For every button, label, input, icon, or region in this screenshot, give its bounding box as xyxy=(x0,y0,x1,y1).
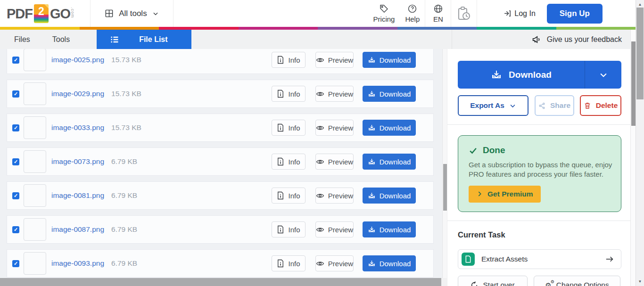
tab-files[interactable]: Files xyxy=(14,30,30,49)
file-thumbnail[interactable] xyxy=(24,150,46,173)
preview-button[interactable]: Preview xyxy=(315,255,354,271)
file-name-link[interactable]: image-0025.png xyxy=(51,56,104,64)
file-name-link[interactable]: image-0033.png xyxy=(51,123,104,132)
info-button[interactable]: Info xyxy=(272,188,305,204)
chevron-down-icon xyxy=(509,102,516,109)
preview-button[interactable]: Preview xyxy=(315,86,354,102)
info-button[interactable]: Info xyxy=(272,221,305,237)
info-button[interactable]: Info xyxy=(272,52,305,68)
task-history-button[interactable] xyxy=(451,0,477,27)
login-link[interactable]: Log In xyxy=(504,9,535,18)
row-download-button[interactable]: Download xyxy=(363,255,416,271)
file-thumbnail[interactable] xyxy=(24,218,46,241)
file-checkbox[interactable]: ✓ xyxy=(12,226,19,233)
download-all-button[interactable]: Download xyxy=(458,61,585,89)
row-download-button[interactable]: Download xyxy=(363,86,416,102)
help-link[interactable]: Help xyxy=(405,4,420,23)
pdf2go-logo[interactable]: PDF 2 GO .com xyxy=(7,4,75,23)
signup-button[interactable]: Sign Up xyxy=(547,4,603,24)
all-tools-menu[interactable]: All tools xyxy=(90,0,173,27)
done-message: Get a subscription to bypass the queue, … xyxy=(469,160,619,180)
scroll-up-arrow[interactable]: ▲ xyxy=(636,2,644,7)
tab-bar: Files Tools File List Give us your feedb… xyxy=(0,30,630,49)
file-checkbox[interactable]: ✓ xyxy=(12,124,19,131)
sidebar-divider xyxy=(447,221,630,221)
file-name-link[interactable]: image-0087.png xyxy=(51,225,104,234)
info-button[interactable]: Info xyxy=(272,86,305,102)
file-thumbnail[interactable] xyxy=(24,82,46,105)
download-options-caret[interactable] xyxy=(585,61,621,89)
get-premium-button[interactable]: Get Premium xyxy=(469,186,541,203)
change-options-button[interactable]: ⚙⚙ Change Options xyxy=(534,276,620,286)
logo-text-com: .com xyxy=(70,7,75,18)
info-button[interactable]: Info xyxy=(272,255,305,271)
scroll-down-arrow[interactable]: ▼ xyxy=(636,279,644,284)
file-list-horizontal-scrollbar[interactable] xyxy=(0,278,447,286)
info-button[interactable]: Info xyxy=(272,154,305,170)
file-name-link[interactable]: image-0081.png xyxy=(51,191,104,200)
feedback-link[interactable]: Give us your feedback xyxy=(532,30,622,49)
preview-button[interactable]: Preview xyxy=(315,120,354,136)
list-icon xyxy=(110,35,119,44)
delete-button[interactable]: Delete xyxy=(580,95,621,116)
file-name-link[interactable]: image-0093.png xyxy=(51,259,104,268)
sidebar-scrollbar[interactable] xyxy=(630,30,636,286)
row-download-button[interactable]: Download xyxy=(363,52,416,68)
share-label: Share xyxy=(550,101,570,110)
language-selector[interactable]: EN xyxy=(425,0,451,27)
check-icon: ✓ xyxy=(14,159,18,164)
file-checkbox[interactable]: ✓ xyxy=(12,57,19,64)
row-download-button[interactable]: Download xyxy=(363,221,416,237)
tab-file-list[interactable]: File List xyxy=(97,30,191,49)
start-over-button[interactable]: Start over xyxy=(458,276,528,286)
feedback-label: Give us your feedback xyxy=(547,35,622,44)
file-thumbnail[interactable] xyxy=(24,49,46,71)
start-over-label: Start over xyxy=(483,281,514,286)
action-sidebar: Download Export As Share Delete xyxy=(447,49,630,286)
tab-tools[interactable]: Tools xyxy=(52,30,70,49)
done-title-row: Done xyxy=(469,145,611,155)
preview-button-label: Preview xyxy=(328,56,353,64)
done-title: Done xyxy=(483,145,505,155)
info-button[interactable]: Info xyxy=(272,120,305,136)
export-as-button[interactable]: Export As xyxy=(458,95,528,116)
row-download-button[interactable]: Download xyxy=(363,120,416,136)
preview-button[interactable]: Preview xyxy=(315,52,354,68)
row-download-button-label: Download xyxy=(380,56,411,64)
pricing-link[interactable]: Pricing xyxy=(373,4,395,23)
scrollbar-thumb[interactable] xyxy=(631,41,636,126)
scrollbar-thumb[interactable] xyxy=(0,278,441,286)
file-row: ✓ image-0087.png 6.79 KB Info Preview Do… xyxy=(7,215,434,244)
file-name-link[interactable]: image-0073.png xyxy=(51,157,104,166)
file-size: 15.73 KB xyxy=(111,90,141,98)
check-icon: ✓ xyxy=(14,227,18,232)
file-thumbnail[interactable] xyxy=(24,184,46,207)
file-checkbox[interactable]: ✓ xyxy=(12,192,19,199)
scrollbar-thumb[interactable] xyxy=(443,164,447,211)
gears-icon: ⚙⚙ xyxy=(545,282,551,286)
download-icon xyxy=(368,158,376,166)
page-scrollbar[interactable]: ▲ ▼ xyxy=(636,0,644,286)
download-icon xyxy=(368,226,376,234)
file-checkbox[interactable]: ✓ xyxy=(12,158,19,165)
preview-button[interactable]: Preview xyxy=(315,188,354,204)
row-download-button[interactable]: Download xyxy=(363,188,416,204)
eye-icon xyxy=(316,226,324,233)
eye-icon xyxy=(316,57,324,64)
file-icon xyxy=(465,255,471,263)
share-button[interactable]: Share xyxy=(535,95,574,116)
info-button-label: Info xyxy=(288,192,300,200)
file-checkbox[interactable]: ✓ xyxy=(12,260,19,267)
current-task-card[interactable]: Extract Assets xyxy=(458,249,621,269)
file-size: 6.79 KB xyxy=(111,157,137,166)
eye-icon xyxy=(316,90,324,98)
file-list-vertical-scrollbar[interactable] xyxy=(442,49,447,278)
file-thumbnail[interactable] xyxy=(24,252,46,275)
preview-button[interactable]: Preview xyxy=(315,154,354,170)
scrollbar-thumb[interactable] xyxy=(636,8,644,99)
file-name-link[interactable]: image-0029.png xyxy=(51,90,104,98)
row-download-button[interactable]: Download xyxy=(363,154,416,170)
file-thumbnail[interactable] xyxy=(24,116,46,139)
preview-button[interactable]: Preview xyxy=(315,221,354,237)
file-checkbox[interactable]: ✓ xyxy=(12,90,19,98)
